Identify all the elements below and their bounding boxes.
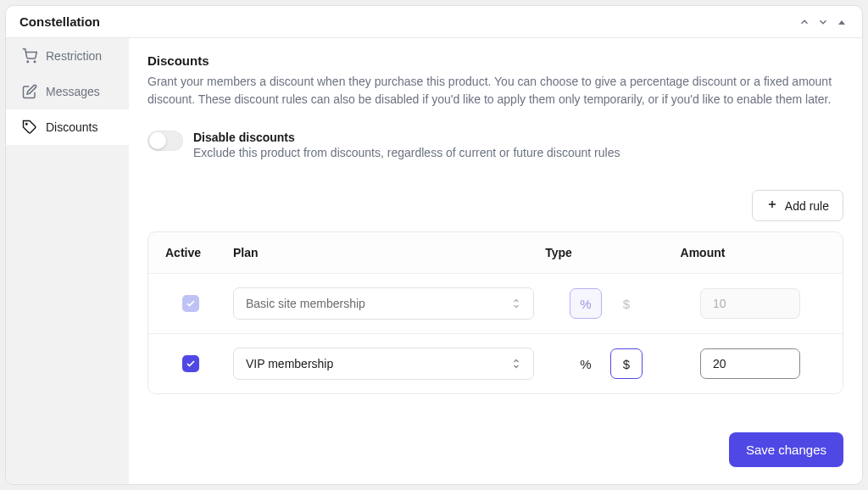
section-title: Discounts [147,53,843,68]
save-label: Save changes [746,443,826,457]
cell-amount [678,288,822,319]
amount-input[interactable] [700,348,800,379]
cell-type: % $ [534,348,678,379]
sidebar-item-label: Discounts [46,120,97,134]
plus-icon [766,198,778,213]
section-description: Grant your members a discount when they … [147,73,843,109]
toggle-text: Disable discounts Exclude this product f… [193,131,620,159]
save-changes-button[interactable]: Save changes [729,432,843,467]
type-percent-button[interactable]: % [570,348,602,379]
sidebar-item-discounts[interactable]: Discounts [6,109,129,145]
toggle-knob [149,132,166,149]
add-rule-button[interactable]: Add rule [752,190,843,221]
check-icon [186,359,196,369]
tag-icon [22,120,37,135]
type-fixed-button[interactable]: $ [610,348,643,379]
type-percent-button[interactable]: % [570,288,602,319]
active-checkbox[interactable] [182,355,199,372]
titlebar: Constellation [6,6,862,38]
plan-value: VIP membership [246,357,333,370]
table-row: Basic site membership % $ [148,273,843,333]
header-active: Active [148,246,233,259]
settings-window: Constellation Restriction [5,5,863,485]
window-body: Restriction Messages Discounts Discounts… [6,38,862,484]
cell-plan: VIP membership [233,348,534,380]
plan-select[interactable]: VIP membership [233,348,534,380]
add-rule-row: Add rule [147,190,843,221]
header-amount: Amount [631,246,775,259]
table-header: Active Plan Type Amount [148,232,843,273]
svg-point-2 [34,61,36,63]
collapse-triangle-icon[interactable] [835,15,849,29]
cart-icon [22,48,37,64]
edit-icon [22,84,37,99]
sidebar-item-label: Restriction [46,49,102,63]
sidebar-item-restriction[interactable]: Restriction [6,38,129,74]
plan-value: Basic site membership [246,297,365,310]
toggle-desc: Exclude this product from discounts, reg… [193,146,620,159]
amount-input[interactable] [700,288,800,319]
cell-amount [678,348,822,379]
chevron-updown-icon [511,298,521,309]
window-title: Constellation [19,14,100,29]
active-checkbox[interactable] [182,295,199,312]
disable-discounts-row: Disable discounts Exclude this product f… [147,131,843,159]
table-row: VIP membership % $ [148,333,843,393]
cell-active [148,355,233,372]
cell-type: % $ [534,288,678,319]
chevron-updown-icon [511,358,521,370]
check-icon [186,298,196,309]
chevron-up-icon[interactable] [798,15,811,29]
cell-action [822,295,843,312]
svg-point-3 [26,124,28,125]
footer: Save changes [147,417,843,467]
header-type: Type [487,246,631,259]
svg-marker-0 [838,20,845,25]
sidebar: Restriction Messages Discounts [6,38,129,484]
header-plan: Plan [233,246,487,259]
svg-point-1 [27,61,29,63]
disable-discounts-toggle[interactable] [147,131,183,151]
plan-select[interactable]: Basic site membership [233,287,534,320]
cell-active [148,295,233,312]
cell-plan: Basic site membership [233,287,534,320]
sidebar-item-label: Messages [46,85,100,98]
sidebar-item-messages[interactable]: Messages [6,74,129,109]
content-area: Discounts Grant your members a discount … [129,38,862,484]
toggle-title: Disable discounts [193,131,620,144]
cell-action [822,355,843,372]
chevron-down-icon[interactable] [816,15,830,29]
titlebar-controls [798,15,849,29]
discount-rules-table: Active Plan Type Amount Basic [147,231,843,394]
add-rule-label: Add rule [785,199,829,213]
type-fixed-button[interactable]: $ [610,288,643,319]
